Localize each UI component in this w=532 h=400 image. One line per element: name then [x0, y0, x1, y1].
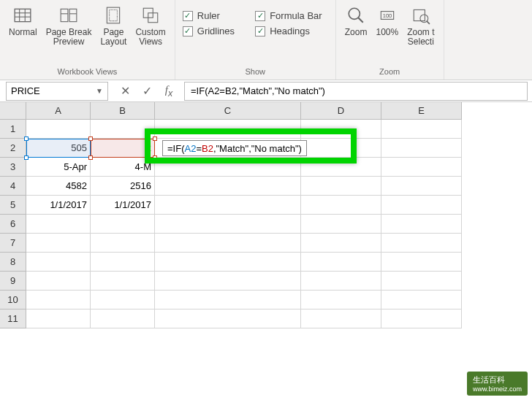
formula-input[interactable]: =IF(A2=B2,"Match","No match") [184, 82, 528, 101]
column-header[interactable]: B [91, 102, 155, 120]
selection-handle[interactable] [88, 136, 93, 141]
cell[interactable] [381, 272, 462, 291]
cell[interactable] [301, 234, 381, 253]
cell[interactable]: 2516 [91, 177, 155, 196]
row-header[interactable]: 7 [0, 234, 26, 253]
cell[interactable] [26, 215, 91, 234]
enter-formula-button[interactable]: ✓ [136, 82, 158, 101]
cell[interactable] [26, 291, 91, 309]
cell[interactable] [381, 158, 462, 177]
cell[interactable] [26, 253, 91, 272]
column-header[interactable]: D [301, 102, 381, 120]
cell[interactable] [301, 158, 381, 177]
row-header[interactable]: 11 [0, 309, 26, 328]
cell[interactable]: 1/1/2017 [26, 196, 91, 215]
cell[interactable] [381, 177, 462, 196]
cell[interactable] [301, 196, 381, 215]
cell[interactable] [381, 234, 462, 253]
cell[interactable] [155, 291, 301, 309]
cell[interactable] [155, 253, 301, 272]
zoom-button[interactable]: Zoom [343, 4, 369, 39]
cell[interactable]: 4-M [91, 158, 155, 177]
cell[interactable] [381, 215, 462, 234]
row-header[interactable]: 8 [0, 253, 26, 272]
cell[interactable] [155, 120, 301, 139]
page-break-preview-button[interactable]: Page Break Preview [45, 4, 94, 48]
zoom-100-button[interactable]: 100 100% [374, 4, 400, 39]
page-layout-button[interactable]: Page Layout [99, 4, 128, 48]
cell[interactable] [381, 139, 462, 158]
zoom-selection-button[interactable]: Zoom t Selecti [406, 4, 436, 48]
svg-rect-17 [414, 9, 425, 20]
cell[interactable] [91, 309, 155, 328]
row-header[interactable]: 1 [0, 120, 26, 139]
row-header[interactable]: 3 [0, 158, 26, 177]
name-box[interactable]: PRICE ▼ [6, 82, 108, 101]
zoom-100-icon: 100 [378, 6, 397, 25]
cell[interactable] [301, 177, 381, 196]
row-header[interactable]: 4 [0, 177, 26, 196]
cell[interactable] [301, 309, 381, 328]
cell[interactable] [301, 272, 381, 291]
cell[interactable] [91, 253, 155, 272]
cell[interactable] [301, 120, 381, 139]
cell[interactable] [91, 234, 155, 253]
cell[interactable] [26, 272, 91, 291]
cell[interactable] [301, 291, 381, 309]
select-all-corner[interactable] [0, 102, 26, 120]
selection-handle[interactable] [88, 155, 93, 160]
cell[interactable] [381, 291, 462, 309]
column-header[interactable]: A [26, 102, 91, 120]
cell[interactable] [155, 196, 301, 215]
cell[interactable]: 505 [26, 139, 91, 158]
cell[interactable] [301, 139, 381, 158]
chevron-down-icon[interactable]: ▼ [96, 87, 103, 95]
row-header[interactable]: 5 [0, 196, 26, 215]
insert-function-button[interactable]: fx [158, 82, 180, 101]
cell[interactable]: 5-Apr [26, 158, 91, 177]
page-layout-label: Page Layout [100, 28, 126, 47]
cell[interactable] [91, 272, 155, 291]
formula-bar-checkbox[interactable]: ✓ Formula Bar [255, 10, 328, 21]
cell[interactable] [155, 272, 301, 291]
gridlines-checkbox[interactable]: ✓ Gridlines [183, 26, 240, 36]
cell[interactable] [381, 196, 462, 215]
row-header[interactable]: 10 [0, 291, 26, 309]
cells-area[interactable]: 50525-Apr4-M458225161/1/20171/1/2017=IF(… [26, 120, 532, 328]
cell[interactable] [155, 309, 301, 328]
row-header[interactable]: 6 [0, 215, 26, 234]
cell[interactable]: 2 [91, 139, 155, 158]
custom-views-button[interactable]: Custom Views [134, 4, 167, 48]
cell[interactable] [381, 120, 462, 139]
cell[interactable] [381, 253, 462, 272]
watermark-text: 生活百科 [473, 375, 505, 384]
cell[interactable] [26, 234, 91, 253]
cancel-formula-button[interactable]: ✕ [114, 82, 136, 101]
normal-view-button[interactable]: Normal [7, 4, 39, 39]
cell[interactable]: 4582 [26, 177, 91, 196]
row-header[interactable]: 9 [0, 272, 26, 291]
cell[interactable] [155, 158, 301, 177]
cell[interactable] [155, 215, 301, 234]
row-header[interactable]: 2 [0, 139, 26, 158]
in-cell-formula-editor[interactable]: =IF(A2=B2,"Match","No match") [162, 140, 307, 156]
cell[interactable]: 1/1/2017 [91, 196, 155, 215]
cell[interactable] [26, 309, 91, 328]
cell[interactable] [155, 234, 301, 253]
headings-checkbox[interactable]: ✓ Headings [255, 26, 328, 36]
column-header[interactable]: E [381, 102, 462, 120]
cell[interactable] [155, 177, 301, 196]
selection-handle[interactable] [153, 136, 157, 141]
selection-handle[interactable] [153, 155, 157, 160]
cell[interactable] [26, 120, 91, 139]
cell[interactable] [91, 120, 155, 139]
column-header[interactable]: C [155, 102, 301, 120]
ruler-checkbox[interactable]: ✓ Ruler [183, 10, 240, 21]
cell[interactable] [301, 253, 381, 272]
selection-handle[interactable] [24, 136, 28, 141]
cell[interactable] [91, 215, 155, 234]
cell[interactable] [91, 291, 155, 309]
cell[interactable] [381, 309, 462, 328]
selection-handle[interactable] [24, 155, 28, 160]
cell[interactable] [301, 215, 381, 234]
